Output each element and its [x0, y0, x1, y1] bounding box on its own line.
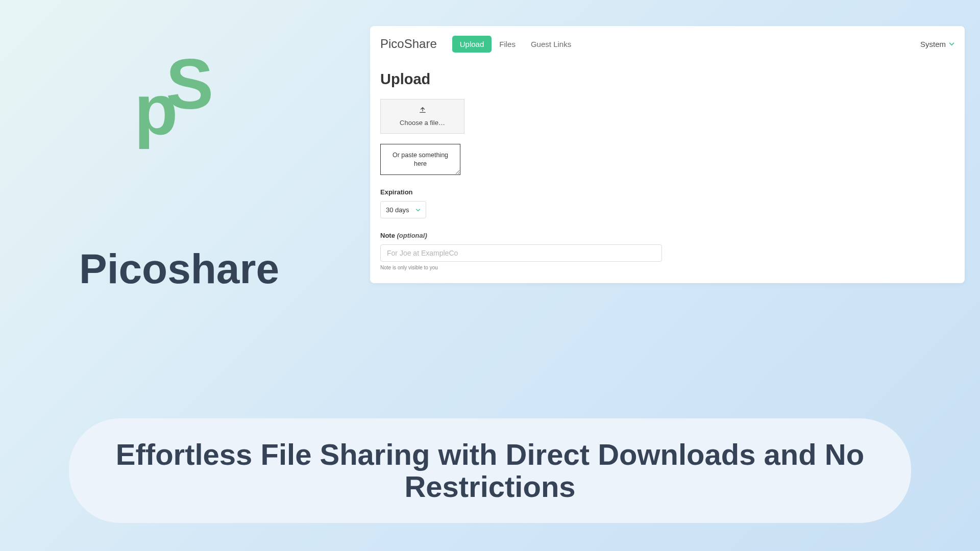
hero-title: Picoshare [79, 245, 279, 293]
upload-heading: Upload [380, 71, 954, 88]
tagline-banner: Effortless File Sharing with Direct Down… [69, 418, 911, 523]
upload-section: Upload Choose a file… Or paste something… [380, 55, 954, 270]
expiration-value: 30 days [386, 206, 409, 214]
hero-left: p S Picoshare [79, 84, 279, 293]
nav-system-label: System [920, 40, 946, 48]
nav-upload[interactable]: Upload [452, 36, 492, 53]
logo-letter-s: S [166, 48, 213, 120]
tagline-text: Effortless File Sharing with Direct Down… [100, 439, 880, 503]
expiration-field: Expiration 30 days [380, 188, 954, 218]
choose-file-label: Choose a file… [400, 119, 445, 127]
expiration-label: Expiration [380, 188, 954, 196]
expiration-select[interactable]: 30 days [380, 201, 426, 218]
nav-system-dropdown[interactable]: System [920, 40, 954, 48]
chevron-down-icon [415, 207, 421, 213]
note-label: Note (optional) [380, 232, 954, 239]
nav-files[interactable]: Files [492, 36, 523, 53]
app-window: PicoShare Upload Files Guest Links Syste… [370, 26, 965, 283]
chevron-down-icon [949, 40, 954, 47]
note-hint: Note is only visible to you [380, 265, 954, 270]
note-optional-text: (optional) [397, 232, 427, 239]
paste-placeholder: Or paste something here [386, 151, 455, 168]
app-brand: PicoShare [380, 37, 437, 51]
upload-icon [419, 107, 426, 116]
choose-file-button[interactable]: Choose a file… [380, 99, 464, 134]
note-field: Note (optional) Note is only visible to … [380, 232, 954, 270]
paste-textarea[interactable]: Or paste something here [380, 144, 460, 175]
note-input[interactable] [380, 244, 662, 262]
logo-icon: p S [134, 84, 201, 166]
app-navbar: PicoShare Upload Files Guest Links Syste… [380, 33, 954, 55]
note-label-text: Note [380, 232, 395, 239]
nav-guest-links[interactable]: Guest Links [523, 36, 579, 53]
